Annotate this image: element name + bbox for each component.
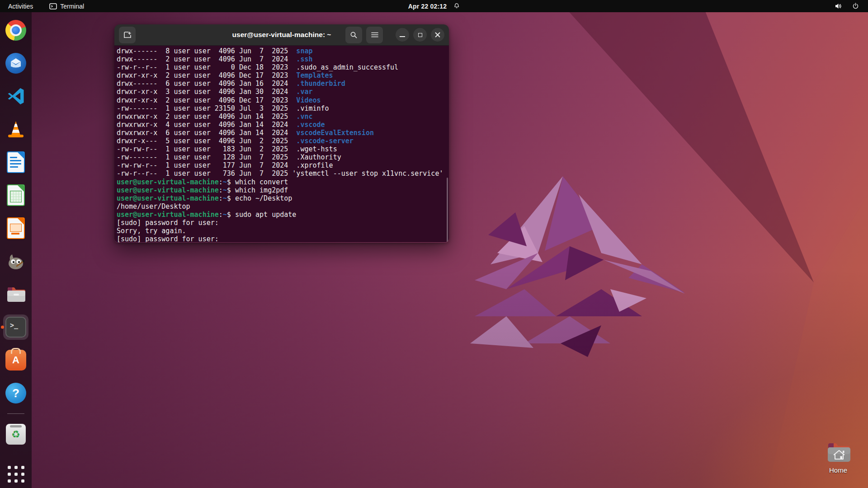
- gimp-icon: [6, 252, 26, 271]
- file-meta: drwxr-xr-x 2 user user 4096 Dec 17 2023: [117, 96, 296, 104]
- file-name: .sudo_as_admin_successful: [296, 63, 398, 71]
- prompt-colon: :: [219, 178, 223, 186]
- terminal-prompt-line: user@user-virtual-machine:~$ sudo apt up…: [117, 211, 449, 219]
- terminal-output-line: /home/user/Desktop: [117, 202, 449, 211]
- file-name: vscodeEvalExtension: [296, 129, 374, 137]
- dock-item-vscode[interactable]: [3, 84, 28, 109]
- terminal-listing-row: drwxr-xr-x 3 user user 4096 Jan 30 2024 …: [117, 88, 449, 96]
- prompt-path: ~: [223, 211, 227, 219]
- file-meta: drwxr-x--- 5 user user 4096 Jun 2 2025: [117, 137, 296, 145]
- terminal-listing-row: drwx------ 6 user user 4096 Jan 16 2024 …: [117, 80, 449, 88]
- activities-label: Activities: [8, 3, 33, 10]
- impress-presentation-icon: [7, 217, 25, 239]
- file-meta: drwxrwxr-x 2 user user 4096 Jun 14 2025: [117, 113, 296, 121]
- dock-item-trash[interactable]: ♻: [3, 422, 28, 447]
- menu-button[interactable]: [366, 27, 383, 43]
- top-bar: Activities Terminal Apr 22 02:12: [0, 0, 868, 12]
- file-name: .wget-hsts: [296, 145, 337, 153]
- file-meta: drwx------ 8 user user 4096 Jun 7 2025: [117, 47, 296, 55]
- new-tab-button[interactable]: [119, 27, 136, 43]
- search-button[interactable]: [345, 27, 362, 43]
- dock-item-terminal[interactable]: >_: [3, 314, 28, 340]
- search-icon: [350, 31, 358, 39]
- file-name: snap: [296, 47, 312, 55]
- command-text: echo ~/Desktop: [235, 194, 292, 202]
- prompt-dollar: $: [227, 178, 235, 186]
- file-meta: drwx------ 2 user user 4096 Jun 7 2024: [117, 55, 296, 63]
- terminal-output-line: [sudo] password for user:: [117, 219, 449, 227]
- dock-item-libreoffice-calc[interactable]: [3, 183, 28, 208]
- terminal-listing-row: drwxr-x--- 5 user user 4096 Jun 2 2025 .…: [117, 137, 449, 145]
- running-indicator-dot: [1, 326, 4, 329]
- command-text: which img2pdf: [235, 186, 288, 194]
- terminal-listing-row: -rw-r--r-- 1 user user 0 Dec 18 2023 .su…: [117, 63, 449, 71]
- notification-bell-icon: [453, 3, 460, 9]
- terminal-titlebar[interactable]: user@user-virtual-machine: ~: [114, 24, 449, 46]
- activities-button[interactable]: Activities: [8, 0, 33, 12]
- system-status-menu[interactable]: [835, 3, 868, 9]
- clock-text: Apr 22 02:12: [408, 3, 447, 10]
- terminal-listing-row: drwxrwxr-x 6 user user 4096 Jan 14 2024 …: [117, 129, 449, 137]
- terminal-listing-row: drwxrwxr-x 2 user user 4096 Jun 14 2025 …: [117, 113, 449, 121]
- dock-item-help[interactable]: ?: [3, 380, 28, 406]
- terminal-window: user@user-virtual-machine: ~ drwx------ …: [114, 24, 449, 243]
- file-name: .var: [296, 88, 312, 96]
- file-name: .Xauthority: [296, 153, 341, 161]
- desktop-home-icon[interactable]: Home: [823, 441, 854, 474]
- chrome-icon: [5, 20, 26, 41]
- file-meta: -rw------- 1 user user 23150 Jul 3 2025: [117, 104, 296, 113]
- prompt-dollar: $: [227, 186, 235, 194]
- dock-item-ubuntu-software[interactable]: A: [3, 347, 28, 373]
- dock-item-libreoffice-impress[interactable]: [3, 216, 28, 241]
- home-icon-label: Home: [823, 466, 854, 474]
- minimize-button[interactable]: [396, 28, 409, 42]
- dock-item-app-grid[interactable]: [3, 463, 28, 488]
- dock-item-libreoffice-writer[interactable]: [3, 150, 28, 175]
- dock-separator: [7, 413, 24, 414]
- terminal-scrollbar[interactable]: [447, 178, 448, 242]
- dock-item-files[interactable]: [3, 282, 28, 307]
- prompt-user-host: user@user-virtual-machine: [117, 186, 219, 194]
- vscode-icon: [6, 87, 25, 106]
- folder-icon: [6, 286, 26, 303]
- terminal-prompt-line: user@user-virtual-machine:~$ which img2p…: [117, 186, 449, 194]
- dock-item-vlc[interactable]: [3, 117, 28, 142]
- terminal-listing-row: -rw-rw-r-- 1 user user 177 Jun 7 2024 .x…: [117, 161, 449, 169]
- file-meta: drwx------ 6 user user 4096 Jan 16 2024: [117, 80, 296, 88]
- command-text: which convert: [235, 178, 288, 186]
- file-name: .vscode-server: [296, 137, 353, 145]
- file-meta: drwxr-xr-x 2 user user 4096 Dec 17 2023: [117, 71, 296, 80]
- dock-item-chrome[interactable]: [3, 18, 28, 43]
- maximize-button[interactable]: [413, 28, 427, 42]
- dock-item-thunderbird[interactable]: [3, 51, 28, 76]
- file-name: .viminfo: [296, 104, 329, 113]
- file-name: Templates: [296, 71, 333, 80]
- vlc-cone-icon: [6, 120, 26, 139]
- focused-app-menu[interactable]: Terminal: [49, 0, 84, 12]
- software-store-icon: A: [5, 350, 26, 371]
- prompt-path: ~: [223, 178, 227, 186]
- file-name: 'ystemctl --user stop x11vnc.service': [292, 169, 443, 178]
- close-button[interactable]: [431, 28, 444, 42]
- file-meta: -rw------- 1 user user 128 Jun 7 2025: [117, 153, 296, 161]
- terminal-prompt-line: user@user-virtual-machine:~$ echo ~/Desk…: [117, 194, 449, 202]
- prompt-user-host: user@user-virtual-machine: [117, 211, 219, 219]
- terminal-output[interactable]: drwx------ 8 user user 4096 Jun 7 2025 s…: [114, 46, 449, 242]
- file-meta: drwxrwxr-x 6 user user 4096 Jan 14 2024: [117, 129, 296, 137]
- prompt-user-host: user@user-virtual-machine: [117, 194, 219, 202]
- volume-icon: [835, 3, 842, 9]
- clock-menu[interactable]: Apr 22 02:12: [408, 0, 460, 12]
- file-name: Videos: [296, 96, 321, 104]
- file-meta: -rw-rw-r-- 1 user user 183 Jun 2 2025: [117, 145, 296, 153]
- terminal-listing-row: drwxrwxr-x 4 user user 4096 Jan 14 2024 …: [117, 121, 449, 129]
- calc-spreadsheet-icon: [7, 184, 25, 206]
- file-name: .thunderbird: [296, 80, 345, 88]
- dock-item-gimp[interactable]: [3, 249, 28, 274]
- terminal-listing-row: drwx------ 8 user user 4096 Jun 7 2025 s…: [117, 47, 449, 55]
- prompt-dollar: $: [227, 211, 235, 219]
- output-text: [sudo] password for user:: [117, 219, 219, 227]
- app-grid-dots-icon: [8, 466, 24, 483]
- terminal-listing-row: -rw-rw-r-- 1 user user 183 Jun 2 2025 .w…: [117, 145, 449, 153]
- new-tab-icon: [123, 31, 132, 38]
- output-text: [sudo] password for user:: [117, 235, 219, 242]
